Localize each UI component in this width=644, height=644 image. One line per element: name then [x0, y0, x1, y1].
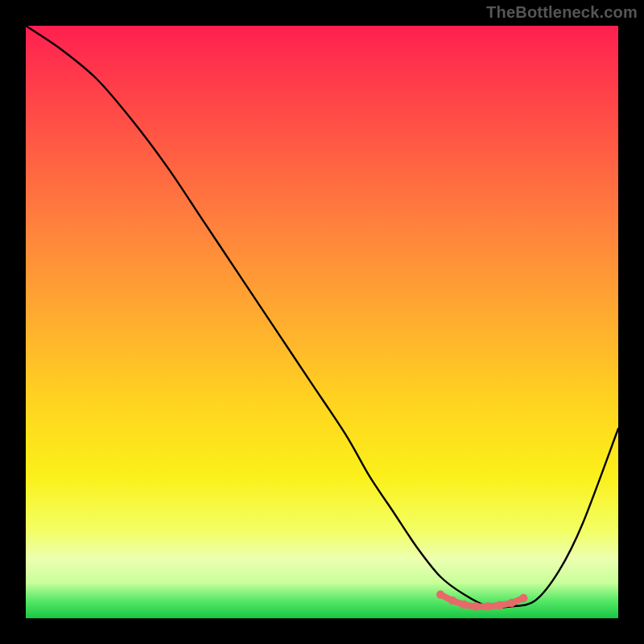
highlight-dot	[496, 601, 504, 609]
highlight-dot	[519, 594, 527, 602]
bottleneck-curve	[26, 26, 618, 608]
chart-frame: TheBottleneck.com	[0, 0, 644, 644]
plot-area	[26, 26, 618, 618]
highlight-dot	[484, 602, 492, 610]
watermark-text: TheBottleneck.com	[486, 3, 638, 22]
highlight-dot	[507, 599, 515, 607]
highlight-dot	[472, 602, 480, 610]
highlight-dot	[460, 601, 468, 609]
highlight-dot	[448, 597, 456, 605]
curve-svg	[26, 26, 618, 618]
highlight-dot	[436, 590, 444, 598]
